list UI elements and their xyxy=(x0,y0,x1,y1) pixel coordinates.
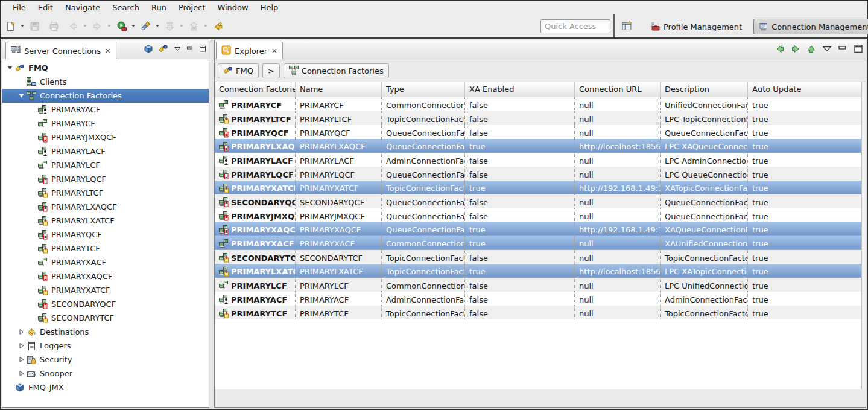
table-row-primarytcf[interactable]: PRIMARYTCFPRIMARYTCFTopicConnectionFacto… xyxy=(215,306,864,319)
table-row-primarylqcf[interactable]: PRIMARYLQCFPRIMARYLQCFQueueConnectionFac… xyxy=(215,167,864,181)
tree-item-primarylcf[interactable]: PRIMARYLCF xyxy=(2,158,209,172)
tree-item-primarytcf[interactable]: PRIMARYTCF xyxy=(2,242,209,255)
menu-window[interactable]: Window xyxy=(211,1,254,14)
tree-item-snooper[interactable]: Snooper xyxy=(2,367,209,380)
column-header-name[interactable]: Name xyxy=(296,82,382,97)
vertical-scrollbar[interactable] xyxy=(861,82,866,389)
tree-item-primaryltcf[interactable]: PRIMARYLTCF xyxy=(2,186,209,200)
tree-item-primarylxaqcf[interactable]: PRIMARYLXAQCF xyxy=(2,200,209,214)
application-window: FileEditNavigateSearchRunProjectWindowHe… xyxy=(0,0,868,410)
table-row-primarylcf[interactable]: PRIMARYLCFPRIMARYLCFCommonConnectionFafa… xyxy=(215,278,864,292)
table-row-primaryxatcf[interactable]: PRIMARYXATCFPRIMARYXATCFTopicConnectionF… xyxy=(215,181,864,194)
breadcrumb-connection-factories-button[interactable]: Connection Factories xyxy=(284,63,389,78)
tree-item-primarylacf[interactable]: PRIMARYLACF xyxy=(2,144,209,158)
expander-icon[interactable] xyxy=(16,93,27,98)
tree-item-clients[interactable]: Clients xyxy=(2,75,209,89)
menu-file[interactable]: File xyxy=(7,1,32,14)
tree-item-fmq[interactable]: FMQ xyxy=(2,61,209,75)
menu-navigate[interactable]: Navigate xyxy=(59,1,106,14)
tree-item-primarycf[interactable]: PRIMARYCF xyxy=(2,117,209,130)
expander-icon[interactable] xyxy=(16,329,27,335)
tree-item-primaryxacf[interactable]: PRIMARYXACF xyxy=(2,255,209,269)
tab-server-connections[interactable]: Server Connections ✕ xyxy=(5,42,116,59)
breadcrumb-separator-button[interactable]: > xyxy=(262,63,280,78)
run-icon[interactable] xyxy=(115,19,128,33)
table-row-primaryxaqcf[interactable]: PRIMARYXAQCFPRIMARYXAQCFQueueConnectionF… xyxy=(215,222,864,236)
up-arrow-icon[interactable] xyxy=(806,44,816,56)
perspective-profile-management[interactable]: Profile Management xyxy=(645,19,747,34)
tree-item-security[interactable]: Security xyxy=(2,353,209,367)
maximize-icon[interactable] xyxy=(854,44,863,56)
back-star-icon[interactable] xyxy=(212,19,224,33)
menu-edit[interactable]: Edit xyxy=(32,1,59,14)
factory-label: SECONDARYQCF xyxy=(231,198,296,207)
minimize-icon[interactable] xyxy=(838,44,847,56)
tree-item-label: PRIMARYXAQCF xyxy=(51,272,112,281)
table-row-primaryltcf[interactable]: PRIMARYLTCFPRIMARYLTCFTopicConnectionFac… xyxy=(215,111,864,125)
table-row-primaryjmxqcf[interactable]: PRIMARYJMXQCFPRIMARYJMXQCFQueueConnectio… xyxy=(215,208,864,222)
tree-item-primaryqcf[interactable]: PRIMARYQCF xyxy=(2,228,209,242)
tree-item-primaryjmxqcf[interactable]: PRIMARYJMXQCF xyxy=(2,130,209,144)
table-row-primaryacf[interactable]: PRIMARYACFPRIMARYACFAdminConnectionFactf… xyxy=(215,292,864,306)
column-header-connection-url[interactable]: Connection URL xyxy=(575,82,661,97)
menu-search[interactable]: Search xyxy=(106,1,145,14)
table-row-primarycf[interactable]: PRIMARYCFPRIMARYCFCommonConnectionFafals… xyxy=(215,97,864,111)
table-row-secondarytcf[interactable]: SECONDARYTCFSECONDARYTCFTopicConnectionF… xyxy=(215,250,864,264)
expander-icon[interactable] xyxy=(16,357,27,362)
tree-item-label: Security xyxy=(40,355,72,364)
search-flashlight-icon[interactable] xyxy=(139,19,152,33)
table-row-primarylxatcf[interactable]: PRIMARYLXATCFPRIMARYLXATCFTopicConnectio… xyxy=(215,264,864,278)
run-dropdown-icon[interactable] xyxy=(131,25,135,27)
left-tabbar: Server Connections ✕ xyxy=(2,40,209,59)
view-menu-icon[interactable] xyxy=(174,45,181,54)
expander-icon[interactable] xyxy=(16,371,27,376)
menu-run[interactable]: Run xyxy=(145,1,173,14)
breadcrumb-fmq-button[interactable]: FMQ xyxy=(218,63,259,78)
tab-explorer[interactable]: Explorer ✕ xyxy=(216,42,283,59)
open-perspective-button[interactable] xyxy=(618,18,636,35)
maximize-icon[interactable] xyxy=(199,45,206,54)
expander-icon[interactable] xyxy=(5,65,15,71)
tree-item-loggers[interactable]: Loggers xyxy=(2,339,209,353)
tree-item-destinations[interactable]: Destinations xyxy=(2,325,209,339)
tree-item-secondarytcf[interactable]: SECONDARYTCF xyxy=(2,311,209,325)
table-row-primaryqcf[interactable]: PRIMARYQCFPRIMARYQCFQueueConnectionFactf… xyxy=(215,125,864,139)
minimize-icon[interactable] xyxy=(186,45,194,54)
expander-icon[interactable] xyxy=(16,343,27,348)
column-header-xa-enabled[interactable]: XA Enabled xyxy=(465,82,575,97)
cell-type: QueueConnectionFact xyxy=(382,125,465,139)
tree-item-primaryacf[interactable]: PRIMARYACF xyxy=(2,103,209,117)
search-flashlight-dropdown-icon[interactable] xyxy=(156,25,159,27)
quick-access-input[interactable] xyxy=(540,19,610,33)
tree-item-secondaryqcf[interactable]: SECONDARYQCF xyxy=(2,297,209,311)
jmx-cube-icon[interactable] xyxy=(144,44,153,56)
tree-item-connection-factories[interactable]: Connection Factories xyxy=(2,89,209,103)
table-row-primarylacf[interactable]: PRIMARYLACFPRIMARYLACFAdminConnectionFac… xyxy=(215,153,864,167)
table-row-secondaryqcf[interactable]: SECONDARYQCFSECONDARYQCFQueueConnectionF… xyxy=(215,194,864,208)
column-header-description[interactable]: Description xyxy=(661,82,748,97)
tree-item-primarylxatcf[interactable]: PRIMARYLXATCF xyxy=(2,214,209,228)
new-wizard-dropdown-icon[interactable] xyxy=(21,25,24,27)
tree-item-fmq-jmx[interactable]: FMQ-JMX xyxy=(2,380,209,394)
column-header-auto-update[interactable]: Auto Update xyxy=(748,82,864,97)
menu-help[interactable]: Help xyxy=(255,1,285,14)
close-icon[interactable]: ✕ xyxy=(104,47,111,55)
tree-item-primarylqcf[interactable]: PRIMARYLQCF xyxy=(2,172,209,186)
table-row-primaryxacf[interactable]: PRIMARYXACFPRIMARYXACFCommonConnectionFa… xyxy=(215,236,864,250)
forward-arrow-icon[interactable] xyxy=(791,44,800,56)
new-wizard-icon[interactable] xyxy=(4,19,17,33)
view-menu-icon[interactable] xyxy=(822,44,832,56)
column-header-connection-factories[interactable]: Connection Factories xyxy=(215,82,296,97)
column-header-type[interactable]: Type xyxy=(382,82,465,97)
close-icon[interactable]: ✕ xyxy=(271,47,277,55)
tree-item-primaryxaqcf[interactable]: PRIMARYXAQCF xyxy=(2,269,209,283)
tree-item-primaryxatcf[interactable]: PRIMARYXATCF xyxy=(2,283,209,297)
back-arrow-icon[interactable] xyxy=(775,44,785,56)
table-row-primarylxaqcf[interactable]: PRIMARYLXAQCFPRIMARYLXAQCFQueueConnectio… xyxy=(215,139,864,153)
factory-cell: SECONDARYTCF xyxy=(215,250,296,264)
menu-project[interactable]: Project xyxy=(173,1,211,14)
fmq-plug-icon[interactable] xyxy=(159,44,168,56)
cell-type: QueueConnectionFact xyxy=(382,194,465,208)
cell-connection_url: http://localhost:1856 xyxy=(575,264,661,277)
perspective-connection-management[interactable]: Connection Management xyxy=(753,19,868,34)
